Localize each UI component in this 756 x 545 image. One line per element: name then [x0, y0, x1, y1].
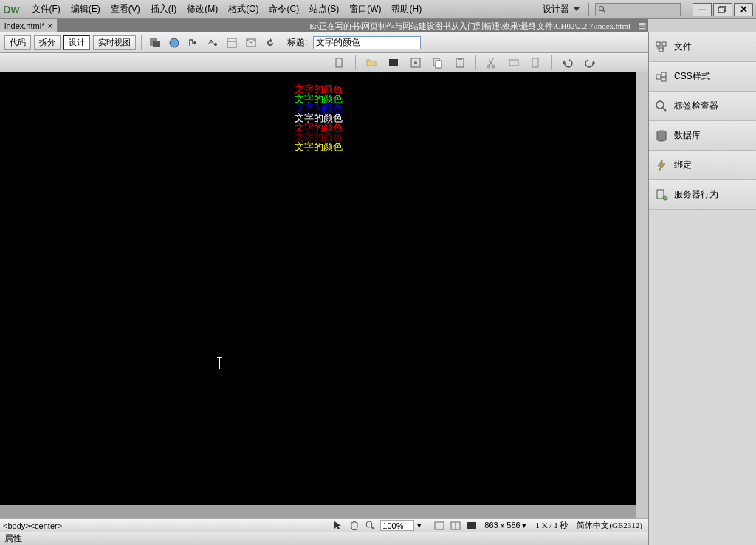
- menu-insert[interactable]: 插入(I): [146, 1, 181, 17]
- separator: [141, 35, 142, 50]
- svg-rect-12: [389, 59, 398, 66]
- pointer-tool-icon[interactable]: [331, 520, 345, 532]
- title-input[interactable]: [313, 36, 421, 49]
- svg-point-0: [599, 6, 604, 10]
- svg-rect-18: [458, 58, 462, 60]
- zoom-tool-icon[interactable]: [364, 520, 377, 532]
- tag-selector-path[interactable]: <body><center>: [3, 521, 331, 530]
- text-line[interactable]: 文字的颜色: [0, 142, 636, 151]
- svg-rect-36: [656, 75, 661, 79]
- toolbar-icon[interactable]: [527, 55, 545, 70]
- separator: [475, 55, 476, 70]
- svg-rect-22: [532, 58, 538, 67]
- toolbar-icon[interactable]: [243, 35, 259, 50]
- menu-file[interactable]: 文件(F): [27, 1, 65, 17]
- panel-label: 数据库: [674, 129, 701, 142]
- svg-rect-3: [718, 7, 724, 13]
- separator: [588, 3, 589, 16]
- minimize-button[interactable]: ─: [693, 3, 712, 16]
- zoom-dropdown[interactable]: ▾: [417, 521, 422, 530]
- encoding-label[interactable]: 简体中文(GB2312): [577, 520, 642, 531]
- tab-close-icon[interactable]: ×: [47, 21, 52, 30]
- title-label: 标题:: [287, 36, 307, 49]
- view-design-button[interactable]: 设计: [63, 35, 90, 50]
- menu-window[interactable]: 窗口(W): [345, 1, 385, 17]
- menu-help[interactable]: 帮助(H): [387, 1, 426, 17]
- search-icon: [598, 5, 607, 14]
- panel-label: 标签检查器: [674, 100, 718, 112]
- panel-server-behaviors[interactable]: 服务器行为: [649, 180, 756, 210]
- toolbar-icon[interactable]: [505, 55, 523, 70]
- text-cursor: [219, 357, 220, 369]
- panel-database[interactable]: 数据库: [649, 121, 756, 151]
- status-icon[interactable]: [449, 520, 462, 532]
- menu-edit[interactable]: 编辑(E): [66, 1, 105, 17]
- panel-bindings[interactable]: 绑定: [649, 151, 756, 180]
- download-size: 1 K / 1 秒: [535, 520, 568, 531]
- panel-files[interactable]: 文件: [649, 32, 756, 62]
- toolbar-icon[interactable]: [407, 55, 425, 70]
- close-button[interactable]: ✕: [734, 3, 753, 16]
- workspace-selector[interactable]: 设计器: [540, 2, 583, 16]
- copy-icon[interactable]: [429, 55, 447, 70]
- menu-site[interactable]: 站点(S): [305, 1, 343, 17]
- properties-panel-header[interactable]: 属性: [0, 532, 648, 545]
- svg-rect-29: [656, 42, 660, 46]
- status-icon[interactable]: [433, 520, 446, 532]
- tag-icon: [655, 100, 668, 113]
- window-controls: ─ ✕: [693, 3, 753, 16]
- svg-rect-37: [662, 72, 666, 77]
- toolbar-icon[interactable]: [224, 35, 240, 50]
- cut-icon[interactable]: [483, 55, 501, 70]
- menu-view[interactable]: 查看(V): [106, 1, 145, 17]
- lightning-icon: [655, 159, 668, 172]
- search-box[interactable]: [595, 3, 681, 16]
- restore-button[interactable]: [713, 3, 732, 16]
- panel-tag-inspector[interactable]: 标签检查器: [649, 92, 756, 121]
- toolbar-icon[interactable]: [185, 35, 202, 50]
- status-icon[interactable]: [465, 520, 478, 532]
- zoom-level-input[interactable]: [380, 520, 414, 531]
- svg-rect-16: [436, 61, 441, 68]
- view-live-button[interactable]: 实时视图: [93, 35, 136, 50]
- design-view-area: 文字的颜色 文字的颜色 文字的颜色 文字的颜色 文字的颜色 文字的颜色 文字的颜…: [0, 72, 648, 518]
- toolbar-icon-dark[interactable]: [385, 55, 402, 70]
- status-bar: <body><center> ▾ 863 x 586 ▾ 1 K / 1 秒 简…: [0, 518, 648, 532]
- app-logo: Dw: [3, 3, 20, 16]
- view-code-button[interactable]: 代码: [4, 35, 31, 50]
- panel-label: CSS样式: [674, 70, 710, 83]
- undo-icon[interactable]: [559, 55, 577, 70]
- toolbar-icon[interactable]: [331, 55, 348, 70]
- svg-rect-11: [336, 58, 342, 67]
- redo-icon[interactable]: [581, 55, 599, 70]
- tab-menu-button[interactable]: ▤: [635, 19, 648, 32]
- view-split-button[interactable]: 拆分: [34, 35, 61, 50]
- panel-label: 文件: [674, 41, 692, 53]
- globe-icon[interactable]: [166, 35, 182, 50]
- hand-tool-icon[interactable]: [348, 520, 361, 532]
- document-tabbar: index.html* × E:\正在写的书\网页制作与网站建设图书从入门到精通…: [0, 19, 756, 32]
- vertical-scrollbar[interactable]: [636, 72, 648, 518]
- panel-css[interactable]: CSS样式: [649, 62, 756, 92]
- toolbar-icon[interactable]: [147, 35, 163, 50]
- svg-point-39: [656, 101, 664, 109]
- svg-rect-8: [227, 38, 236, 47]
- side-panel: 文件 CSS样式 标签检查器 数据库 绑定 服务器行为: [648, 32, 756, 545]
- titlebar: Dw 文件(F) 编辑(E) 查看(V) 插入(I) 修改(M) 格式(O) 命…: [0, 0, 756, 19]
- svg-line-40: [663, 108, 666, 111]
- toolbar-icon[interactable]: [205, 35, 221, 50]
- refresh-icon[interactable]: [262, 35, 278, 50]
- folder-icon[interactable]: [362, 55, 380, 70]
- menu-modify[interactable]: 修改(M): [182, 1, 222, 17]
- window-size[interactable]: 863 x 586 ▾: [484, 521, 526, 530]
- design-canvas[interactable]: 文字的颜色 文字的颜色 文字的颜色 文字的颜色 文字的颜色 文字的颜色 文字的颜…: [0, 72, 636, 505]
- properties-label: 属性: [4, 532, 22, 545]
- css-icon: [655, 70, 668, 83]
- paste-icon[interactable]: [451, 55, 469, 70]
- document-tab[interactable]: index.html* ×: [0, 19, 58, 32]
- document-toolbar: 代码 拆分 设计 实时视图 标题:: [0, 32, 648, 53]
- menu-format[interactable]: 格式(O): [224, 1, 263, 17]
- svg-point-23: [366, 521, 372, 527]
- svg-rect-28: [467, 522, 476, 529]
- menu-command[interactable]: 命令(C): [264, 1, 303, 17]
